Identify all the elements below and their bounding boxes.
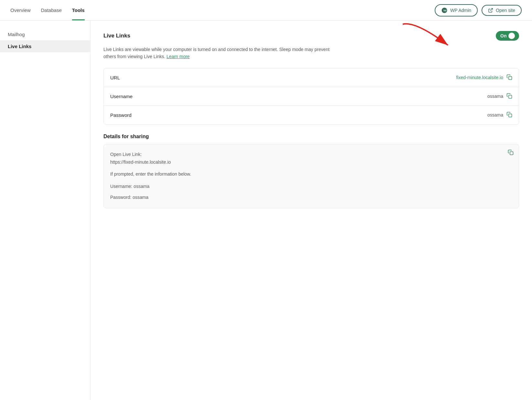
sharing-line-4: Password: ossama — [110, 194, 512, 201]
open-external-icon — [488, 8, 493, 13]
username-value: ossama — [487, 94, 503, 99]
tab-overview[interactable]: Overview — [10, 0, 31, 20]
nav-tabs: Overview Database Tools — [10, 0, 85, 20]
url-row: URL fixed-minute.localsite.io — [104, 68, 519, 87]
section-description: Live Links are viewable while your compu… — [103, 46, 330, 60]
top-nav: Overview Database Tools WP Admin Open si… — [0, 0, 532, 21]
nav-actions: WP Admin Open site — [435, 4, 522, 16]
app-layout: Mailhog Live Links Live Links On Live Li… — [0, 21, 532, 400]
sharing-line-2: If prompted, enter the information below… — [110, 170, 512, 178]
sidebar-item-mailhog[interactable]: Mailhog — [0, 28, 90, 40]
svg-rect-3 — [509, 95, 512, 98]
learn-more-link[interactable]: Learn more — [166, 54, 190, 59]
sharing-line-1: Open Live Link:https://fixed-minute.loca… — [110, 151, 512, 166]
svg-rect-2 — [509, 77, 512, 80]
url-right: fixed-minute.localsite.io — [456, 74, 512, 81]
toggle-knob — [508, 33, 515, 39]
sharing-title: Details for sharing — [103, 134, 519, 139]
password-value: ossama — [487, 112, 503, 118]
section-title: Live Links — [103, 33, 130, 39]
info-table: URL fixed-minute.localsite.io Username — [103, 68, 519, 125]
svg-rect-4 — [509, 114, 512, 117]
tab-tools[interactable]: Tools — [72, 0, 85, 20]
sharing-section: Details for sharing Open Live Link:https… — [103, 134, 519, 208]
username-row: Username ossama — [104, 87, 519, 106]
password-copy-button[interactable] — [506, 112, 512, 118]
tab-database[interactable]: Database — [41, 0, 62, 20]
wordpress-icon — [441, 7, 448, 14]
wp-admin-label: WP Admin — [450, 8, 471, 13]
url-value: fixed-minute.localsite.io — [456, 75, 503, 80]
svg-line-1 — [490, 8, 493, 11]
section-header: Live Links On — [103, 31, 519, 41]
svg-rect-5 — [510, 152, 513, 155]
username-label: Username — [110, 94, 133, 99]
toggle-label: On — [500, 33, 506, 38]
wp-admin-button[interactable]: WP Admin — [435, 4, 478, 16]
password-label: Password — [110, 112, 132, 118]
sidebar-item-live-links[interactable]: Live Links — [0, 40, 90, 52]
username-right: ossama — [487, 93, 512, 100]
sharing-box: Open Live Link:https://fixed-minute.loca… — [103, 144, 519, 208]
main-content: Live Links On Live Links are viewable wh… — [90, 21, 532, 400]
url-label: URL — [110, 75, 120, 80]
sidebar: Mailhog Live Links — [0, 21, 90, 400]
password-right: ossama — [487, 112, 512, 118]
url-copy-button[interactable] — [506, 74, 512, 81]
live-links-toggle[interactable]: On — [496, 31, 519, 41]
password-row: Password ossama — [104, 106, 519, 124]
open-site-button[interactable]: Open site — [482, 5, 522, 16]
sharing-copy-button[interactable] — [508, 149, 514, 157]
username-copy-button[interactable] — [506, 93, 512, 100]
sharing-line-3: Username: ossama — [110, 183, 512, 190]
open-site-label: Open site — [496, 8, 515, 13]
